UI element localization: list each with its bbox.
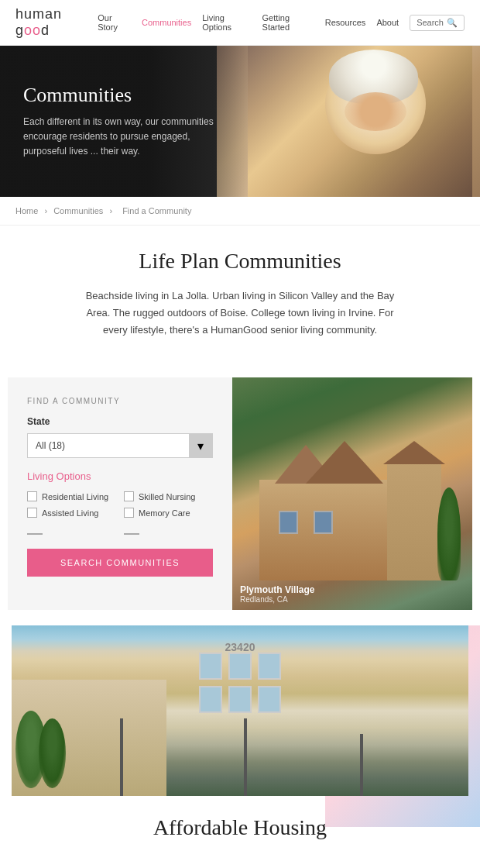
breadcrumb-home[interactable]: Home	[15, 206, 38, 215]
life-plan-description: Beachside living in La Jolla. Urban livi…	[85, 288, 395, 339]
building-photo: 23420	[12, 625, 468, 796]
life-plan-title: Life Plan Communities	[15, 249, 465, 274]
state-select-wrapper: All (18)CaliforniaIdahoOregon ▾	[27, 433, 213, 458]
community-photo: Plymouth Village Redlands, CA	[232, 377, 472, 610]
breadcrumb-separator-1: ›	[44, 206, 50, 215]
search-label: Search	[417, 18, 444, 27]
site-header: human good Our Story Communities Living …	[0, 0, 480, 46]
more-dash-1	[27, 533, 43, 535]
site-logo[interactable]: human good	[15, 6, 98, 39]
nav-about[interactable]: About	[376, 18, 399, 27]
checkbox-assisted-label: Assisted Living	[42, 508, 98, 518]
checkbox-memory-label: Memory Care	[139, 508, 190, 518]
community-caption: Plymouth Village Redlands, CA	[240, 584, 314, 604]
checkbox-memory[interactable]: Memory Care	[124, 508, 213, 518]
state-group: State All (18)CaliforniaIdahoOregon ▾	[27, 416, 213, 458]
checkbox-residential[interactable]: Residential Living	[27, 491, 116, 501]
nav-getting-started[interactable]: Getting Started	[262, 13, 314, 32]
finder-form: FIND A COMMUNITY State All (18)Californi…	[8, 377, 232, 610]
checkbox-assisted-input[interactable]	[27, 508, 37, 518]
search-button[interactable]: Search 🔍	[410, 15, 465, 31]
finder-label: FIND A COMMUNITY	[27, 397, 213, 405]
checkbox-skilled[interactable]: Skilled Nursing	[124, 491, 213, 501]
breadcrumb: Home › Communities › Find a Community	[0, 197, 480, 226]
nav-living-options[interactable]: Living Options	[202, 13, 251, 32]
checkbox-residential-input[interactable]	[27, 491, 37, 501]
more-options-row	[27, 529, 213, 535]
more-dash-2	[124, 533, 139, 535]
nav-resources[interactable]: Resources	[325, 18, 366, 27]
state-label: State	[27, 416, 213, 427]
breadcrumb-current: Find a Community	[122, 206, 191, 215]
nav-communities[interactable]: Communities	[142, 18, 191, 27]
community-name: Plymouth Village	[240, 584, 314, 595]
hero-overlay: Communities Each different in its own wa…	[0, 46, 248, 197]
search-icon: 🔍	[447, 18, 458, 28]
checkbox-skilled-input[interactable]	[124, 491, 134, 501]
breadcrumb-communities[interactable]: Communities	[53, 206, 103, 215]
hero-banner: Communities Each different in its own wa…	[0, 46, 480, 197]
checkbox-memory-input[interactable]	[124, 508, 134, 518]
hero-description: Each different in its own way, our commu…	[23, 115, 225, 160]
living-options-label: Living Options	[27, 470, 213, 482]
affordable-section: 23420 Affordable Housing	[0, 625, 480, 848]
state-select[interactable]: All (18)CaliforniaIdahoOregon	[28, 434, 212, 457]
hero-title: Communities	[23, 84, 225, 107]
living-options-grid: Residential Living Skilled Nursing Assis…	[27, 491, 213, 518]
checkbox-residential-label: Residential Living	[42, 492, 108, 501]
community-finder: FIND A COMMUNITY State All (18)Californi…	[8, 377, 472, 610]
breadcrumb-separator-2: ›	[109, 206, 115, 215]
community-location: Redlands, CA	[240, 595, 314, 604]
checkbox-assisted[interactable]: Assisted Living	[27, 508, 116, 518]
search-communities-button[interactable]: SEARCH COMMUNITIES	[27, 549, 213, 577]
checkbox-skilled-label: Skilled Nursing	[139, 492, 195, 501]
life-plan-section: Life Plan Communities Beachside living i…	[0, 226, 480, 377]
hero-image	[217, 46, 480, 197]
nav-our-story[interactable]: Our Story	[98, 13, 131, 32]
main-nav: Our Story Communities Living Options Get…	[98, 13, 465, 32]
